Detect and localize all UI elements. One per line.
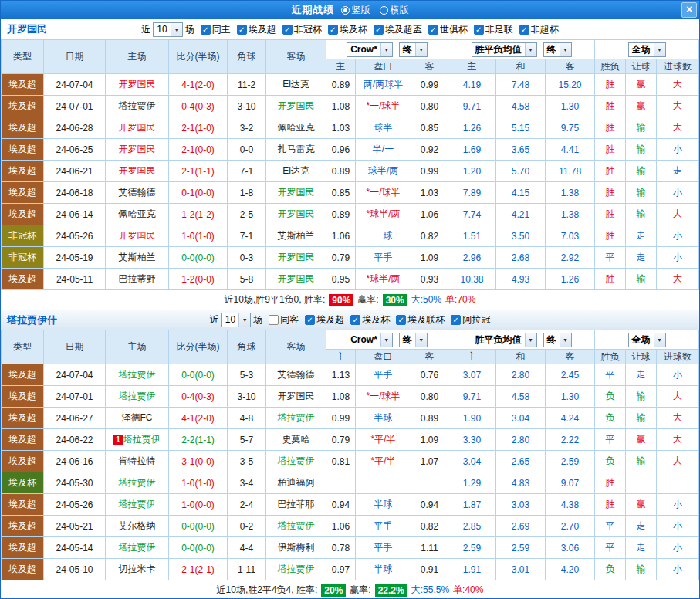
cell-avg-home: 9.71 xyxy=(448,386,496,408)
chevron-down-icon: ▼ xyxy=(654,43,665,56)
radio-selected-icon[interactable] xyxy=(341,6,350,15)
cell-goals-result: 大 xyxy=(657,451,699,472)
checkbox-checked-icon[interactable] xyxy=(396,315,406,325)
checkbox-label: 埃及联杯 xyxy=(407,313,445,327)
checkbox-checked-icon[interactable] xyxy=(374,25,384,35)
filter-near-label: 近 xyxy=(210,313,219,327)
match-row: 非冠杯24-05-19艾斯柏兰0-0(0-0)0-3开罗国民0.79平手1.09… xyxy=(2,247,699,269)
matches-table: 类型 日期 主场 比分(半场) 角球 客场 Crow*▼终▼ 胜平负均值▼终▼ … xyxy=(1,330,699,580)
cell-home-team: 切拉米卡 xyxy=(106,559,169,580)
chevron-down-icon: ▼ xyxy=(415,43,427,56)
filter-checkbox-5[interactable]: 埃及超盃 xyxy=(374,23,422,36)
cell-result: 平 xyxy=(595,364,626,386)
avg-type-select[interactable]: 胜平负均值▼ xyxy=(472,42,537,57)
radio-label: 竖版 xyxy=(352,4,370,17)
cell-home-odds: 0.97 xyxy=(326,559,356,580)
cell-competition: 埃及超 xyxy=(2,117,44,139)
filter-checkbox-1[interactable]: 同主 xyxy=(201,23,231,36)
checkbox-checked-icon[interactable] xyxy=(305,315,315,325)
checkbox-checked-icon[interactable] xyxy=(519,25,529,35)
odds-time-select-value: 终 xyxy=(400,333,415,347)
cell-home-team: 巴拉蒂野 xyxy=(106,269,169,290)
avg-time-select[interactable]: 终▼ xyxy=(543,42,572,57)
chevron-down-icon: ▼ xyxy=(380,333,392,347)
checkbox-checked-icon[interactable] xyxy=(201,25,211,35)
checkbox-checked-icon[interactable] xyxy=(328,25,338,35)
checkbox-checked-icon[interactable] xyxy=(282,25,293,35)
cell-home-odds: 0.79 xyxy=(326,429,356,451)
cell-date: 24-07-01 xyxy=(44,386,106,408)
cell-corners: 4-8 xyxy=(228,408,266,429)
cell-date: 24-07-01 xyxy=(44,96,106,117)
cell-away-team: 佩哈亚克 xyxy=(266,117,326,139)
odds-time-select[interactable]: 终▼ xyxy=(399,333,428,347)
checkbox-unchecked-icon[interactable] xyxy=(269,315,279,325)
scope-select[interactable]: 全场▼ xyxy=(628,42,666,57)
match-count-select[interactable]: 10▼ xyxy=(153,22,182,37)
filter-checkbox-6[interactable]: 世俱杯 xyxy=(428,23,468,36)
cell-corners: 0-0 xyxy=(228,139,266,161)
avg-type-select[interactable]: 胜平负均值▼ xyxy=(472,333,537,347)
cell-handicap-result: 走 xyxy=(626,537,657,559)
cell-handicap: *平/半 xyxy=(356,429,411,451)
filter-bar: 近10▼场同主埃及超非冠杯埃及杯埃及超盃世俱杯非足联非超杯 xyxy=(141,22,558,37)
filter-checkbox-4[interactable]: 埃及联杯 xyxy=(396,313,445,327)
cell-corners: 7-1 xyxy=(228,225,266,247)
summary-lead-text: 近10场,胜9平1负0, 胜率: xyxy=(225,293,326,306)
checkbox-label: 非足联 xyxy=(485,23,513,36)
close-button[interactable]: × xyxy=(681,2,697,18)
cell-corners: 1-11 xyxy=(228,559,266,580)
cell-date: 24-05-26 xyxy=(44,494,106,516)
cell-home-odds: 1.06 xyxy=(326,225,356,247)
cell-away-team: 开罗国民 xyxy=(266,96,326,117)
filter-checkbox-2[interactable]: 埃及超 xyxy=(305,313,344,327)
match-count-select[interactable]: 10▼ xyxy=(221,313,251,327)
cell-avg-home: 2.85 xyxy=(448,516,496,537)
checkbox-checked-icon[interactable] xyxy=(428,25,438,35)
scope-select[interactable]: 全场▼ xyxy=(628,333,666,347)
odds-company-select[interactable]: Crow*▼ xyxy=(347,42,393,57)
checkbox-checked-icon[interactable] xyxy=(237,25,247,35)
odds-company-select[interactable]: Crow*▼ xyxy=(347,333,393,347)
odds-win-rate-badge: 30% xyxy=(383,294,407,306)
cell-home-team: 开罗国民 xyxy=(106,74,169,96)
filter-checkbox-8[interactable]: 非超杯 xyxy=(519,23,559,36)
checkbox-checked-icon[interactable] xyxy=(350,315,360,325)
filter-checkbox-5[interactable]: 阿拉冠 xyxy=(451,313,490,327)
filter-checkbox-4[interactable]: 埃及杯 xyxy=(328,23,367,36)
cell-avg-draw: 4.21 xyxy=(496,204,546,225)
cell-goals-result: 大 xyxy=(657,408,699,429)
checkbox-checked-icon[interactable] xyxy=(474,25,484,35)
radio-unselected-icon[interactable] xyxy=(380,6,388,15)
filter-checkbox-2[interactable]: 埃及超 xyxy=(237,23,276,36)
summary-mid-text: 赢率: xyxy=(350,584,370,597)
cell-goals-result: 小 xyxy=(657,364,699,386)
cell-avg-away: 2.45 xyxy=(546,364,595,386)
match-row: 埃及超24-06-16肯特拉特3-1(0-0)3-5塔拉贾伊0.81*平/半1.… xyxy=(2,451,699,472)
cell-away-odds: 1.07 xyxy=(411,451,448,472)
col-header-score: 比分(半场) xyxy=(169,330,228,364)
filter-unit-label: 场 xyxy=(253,313,262,327)
filter-checkbox-3[interactable]: 非冠杯 xyxy=(282,23,322,36)
avg-time-select[interactable]: 终▼ xyxy=(543,333,572,347)
filter-checkbox-7[interactable]: 非足联 xyxy=(474,23,513,36)
cell-score: 0-0(0-0) xyxy=(169,516,228,537)
cell-handicap: 两/两球半 xyxy=(356,74,411,96)
scope-select-group: 全场▼ xyxy=(595,330,699,350)
team-section-2: 塔拉贾伊什 近10▼场同客埃及超埃及杯埃及联杯阿拉冠 类型 日期 主场 比分(半… xyxy=(1,310,699,599)
layout-radio-2[interactable]: 横版 xyxy=(380,4,409,17)
filter-near-label: 近 xyxy=(141,23,150,36)
cell-goals-result: 小 xyxy=(657,225,699,247)
cell-avg-away: 11.78 xyxy=(546,161,595,182)
checkbox-checked-icon[interactable] xyxy=(451,315,461,325)
filter-checkbox-1[interactable]: 同客 xyxy=(269,313,299,327)
cell-away-odds: 0.99 xyxy=(411,161,448,182)
layout-radio-1[interactable]: 竖版 xyxy=(341,4,370,17)
cell-away-odds: 1.11 xyxy=(411,537,448,559)
cell-handicap: 平手 xyxy=(356,247,411,269)
checkbox-label: 埃及超 xyxy=(249,23,276,36)
avg-type-select-value: 胜平负均值 xyxy=(472,43,525,56)
filter-checkbox-3[interactable]: 埃及杯 xyxy=(350,313,390,327)
odds-time-select[interactable]: 终▼ xyxy=(399,42,428,57)
match-row: 埃及超24-07-04开罗国民4-1(2-0)11-2El达克0.89两/两球半… xyxy=(2,74,699,96)
